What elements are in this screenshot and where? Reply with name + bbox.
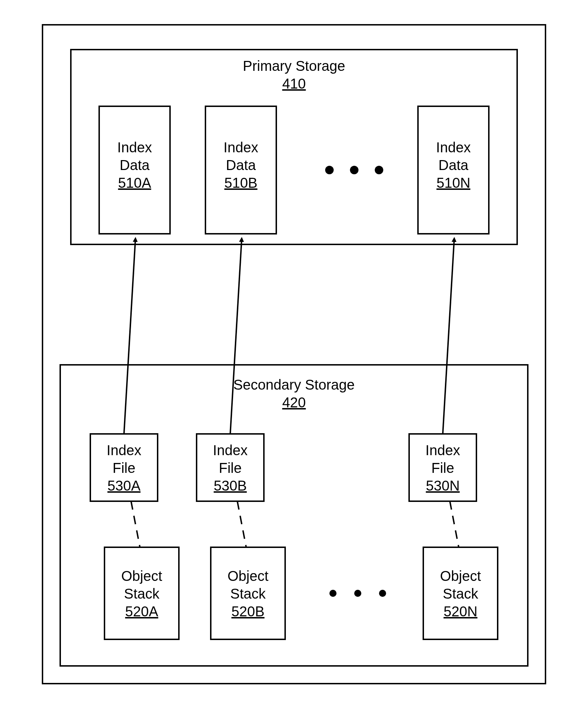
secondary-storage-ref: 420 bbox=[282, 395, 306, 410]
index-file-a: Index File 530A bbox=[90, 434, 158, 501]
index-data-b-label2: Data bbox=[226, 157, 256, 173]
index-file-b: Index File 530B bbox=[197, 434, 264, 501]
index-data-a-label1: Index bbox=[117, 140, 152, 155]
object-stack-b-label2: Stack bbox=[230, 586, 266, 601]
index-file-a-ref: 530A bbox=[107, 478, 141, 493]
object-stack-n-label2: Stack bbox=[443, 586, 479, 601]
object-stack-n-ref: 520N bbox=[443, 604, 477, 619]
index-file-n-ref: 530N bbox=[426, 478, 460, 493]
ellipsis-dot-icon bbox=[329, 590, 337, 597]
primary-storage-ref: 410 bbox=[282, 76, 306, 91]
object-stack-n-label1: Object bbox=[440, 568, 481, 584]
object-stack-a-label2: Stack bbox=[124, 586, 160, 601]
index-data-b-ref: 510B bbox=[224, 175, 257, 191]
ellipsis-dot-icon bbox=[379, 590, 386, 597]
index-file-b-ref: 530B bbox=[214, 478, 247, 493]
index-file-a-label1: Index bbox=[107, 442, 141, 458]
index-data-n: Index Data 510N bbox=[418, 106, 489, 234]
ellipsis-dot-icon bbox=[350, 166, 358, 174]
index-data-a: Index Data 510A bbox=[99, 106, 170, 234]
ellipsis-dot-icon bbox=[375, 166, 383, 174]
index-file-n-label2: File bbox=[431, 460, 454, 476]
object-stack-a: Object Stack 520A bbox=[104, 547, 179, 639]
object-stack-b-label1: Object bbox=[227, 568, 268, 584]
index-file-b-label2: File bbox=[219, 460, 242, 476]
object-stack-a-ref: 520A bbox=[125, 604, 158, 619]
index-data-n-label1: Index bbox=[436, 140, 471, 155]
ellipsis-dot-icon bbox=[325, 166, 334, 174]
index-data-n-ref: 510N bbox=[436, 175, 470, 191]
index-data-b: Index Data 510B bbox=[205, 106, 276, 234]
ellipsis-dot-icon bbox=[354, 590, 361, 597]
index-file-b-label1: Index bbox=[213, 442, 248, 458]
index-data-a-label2: Data bbox=[120, 157, 150, 173]
index-file-a-label2: File bbox=[113, 460, 135, 476]
index-file-n: Index File 530N bbox=[409, 434, 476, 501]
secondary-storage-title: Secondary Storage bbox=[233, 377, 355, 392]
index-data-n-label2: Data bbox=[439, 157, 469, 173]
object-stack-b: Object Stack 520B bbox=[211, 547, 285, 639]
index-data-a-ref: 510A bbox=[118, 175, 151, 191]
index-data-b-label1: Index bbox=[224, 140, 258, 155]
index-file-n-label1: Index bbox=[425, 442, 460, 458]
object-stack-n: Object Stack 520N bbox=[423, 547, 498, 639]
object-stack-a-label1: Object bbox=[121, 568, 162, 584]
object-stack-b-ref: 520B bbox=[231, 604, 264, 619]
primary-storage-title: Primary Storage bbox=[243, 58, 345, 74]
diagram-canvas: Primary Storage 410 Index Data 510A Inde… bbox=[0, 0, 588, 707]
